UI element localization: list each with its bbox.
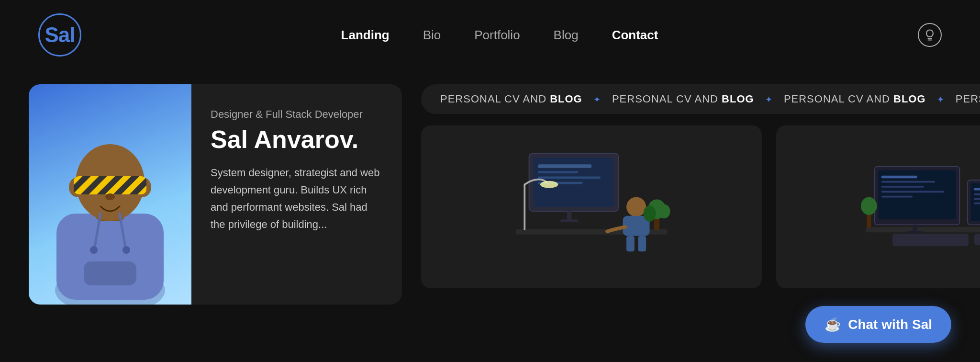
svg-rect-51: [974, 203, 980, 204]
svg-point-35: [657, 204, 670, 218]
hero-card: Designer & Full Stack Developer Sal Anva…: [29, 84, 402, 305]
chat-button-label: Chat with Sal: [848, 317, 932, 332]
illustration-2: [776, 125, 980, 288]
lightbulb-icon: [923, 28, 936, 42]
svg-rect-48: [974, 188, 980, 191]
hero-subtitle: Designer & Full Stack Developer: [211, 108, 383, 121]
ticker-band: PERSONAL CV AND BLOG ✦ PERSONAL CV AND B…: [421, 84, 980, 114]
avatar-section: [29, 84, 191, 305]
svg-point-58: [861, 197, 877, 215]
logo-text: Sal: [45, 23, 75, 47]
ticker-text: PERSONAL CV AND BLOG ✦ PERSONAL CV AND B…: [440, 93, 980, 105]
info-section: Designer & Full Stack Developer Sal Anva…: [191, 84, 402, 305]
workspace-illustration-svg: [793, 140, 980, 274]
svg-rect-24: [560, 219, 578, 222]
svg-rect-42: [881, 191, 944, 192]
avatar-figure: [38, 99, 182, 305]
svg-point-12: [105, 193, 115, 200]
chat-emoji: ☕: [824, 317, 841, 332]
nav-contact[interactable]: Contact: [612, 28, 658, 43]
logo-circle: Sal: [38, 13, 81, 57]
hero-name: Sal Anvarov.: [211, 126, 383, 153]
svg-rect-19: [538, 164, 591, 168]
svg-rect-29: [638, 236, 646, 252]
svg-rect-55: [974, 234, 980, 245]
hero-description: System designer, strategist and web deve…: [211, 164, 383, 234]
svg-rect-21: [538, 177, 601, 179]
svg-rect-28: [626, 236, 635, 252]
svg-point-26: [626, 197, 646, 216]
main-nav: Landing Bio Portfolio Blog Contact: [341, 28, 658, 43]
chat-button[interactable]: ☕ Chat with Sal: [805, 306, 951, 343]
illustration-1: [421, 125, 762, 288]
svg-point-15: [90, 246, 98, 254]
svg-rect-40: [881, 181, 935, 183]
logo[interactable]: Sal: [38, 13, 81, 57]
svg-rect-1: [56, 214, 164, 300]
svg-rect-9: [74, 176, 146, 194]
svg-rect-2: [84, 261, 136, 285]
svg-rect-41: [881, 186, 924, 188]
avatar-svg: [38, 99, 182, 305]
nav-portfolio[interactable]: Portfolio: [474, 28, 520, 43]
svg-point-31: [540, 181, 558, 188]
cards-row: [421, 125, 980, 288]
illustration-card-2: [776, 125, 980, 288]
right-section: PERSONAL CV AND BLOG ✦ PERSONAL CV AND B…: [421, 84, 980, 288]
svg-point-34: [643, 205, 656, 222]
nav-landing[interactable]: Landing: [341, 28, 390, 43]
svg-rect-50: [974, 198, 980, 200]
svg-rect-20: [538, 171, 578, 173]
svg-rect-54: [893, 234, 969, 246]
svg-rect-44: [913, 225, 917, 232]
svg-rect-23: [567, 211, 571, 220]
svg-rect-39: [881, 176, 917, 179]
svg-rect-49: [974, 193, 980, 195]
illustration-card-1: [421, 125, 762, 288]
svg-point-16: [122, 246, 130, 254]
nav-blog[interactable]: Blog: [554, 28, 579, 43]
svg-rect-43: [881, 196, 913, 198]
theme-toggle-button[interactable]: [918, 23, 942, 47]
svg-rect-45: [907, 231, 924, 233]
desk-illustration-svg: [438, 140, 745, 274]
nav-bio[interactable]: Bio: [423, 28, 441, 43]
